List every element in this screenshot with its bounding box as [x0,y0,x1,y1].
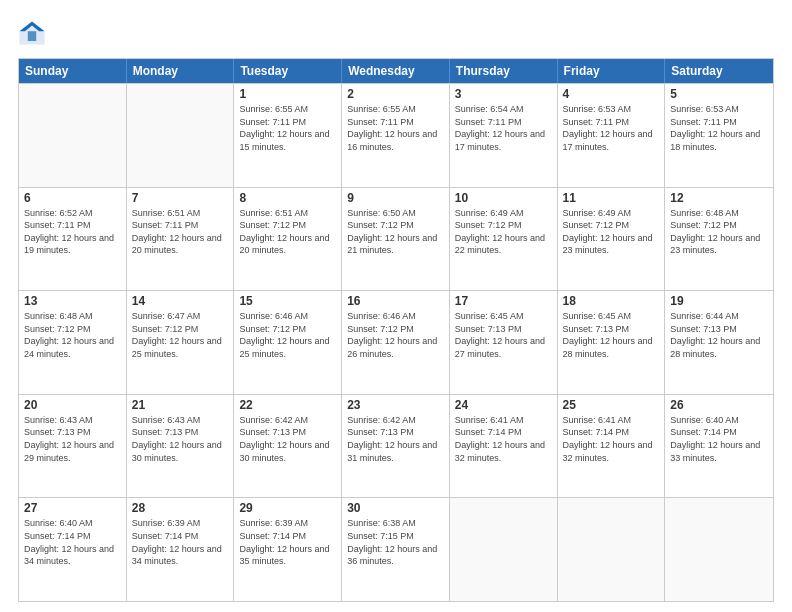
calendar-day-cell: 1Sunrise: 6:55 AM Sunset: 7:11 PM Daylig… [234,84,342,187]
day-info: Sunrise: 6:49 AM Sunset: 7:12 PM Dayligh… [455,207,552,257]
calendar-day-cell: 14Sunrise: 6:47 AM Sunset: 7:12 PM Dayli… [127,291,235,394]
day-number: 7 [132,191,229,205]
day-number: 30 [347,501,444,515]
day-number: 16 [347,294,444,308]
day-number: 26 [670,398,768,412]
header [18,18,774,48]
calendar-day-cell [665,498,773,601]
calendar-header-cell: Thursday [450,59,558,83]
calendar-day-cell: 6Sunrise: 6:52 AM Sunset: 7:11 PM Daylig… [19,188,127,291]
calendar-day-cell: 28Sunrise: 6:39 AM Sunset: 7:14 PM Dayli… [127,498,235,601]
day-info: Sunrise: 6:47 AM Sunset: 7:12 PM Dayligh… [132,310,229,360]
day-info: Sunrise: 6:48 AM Sunset: 7:12 PM Dayligh… [24,310,121,360]
day-info: Sunrise: 6:39 AM Sunset: 7:14 PM Dayligh… [132,517,229,567]
day-info: Sunrise: 6:53 AM Sunset: 7:11 PM Dayligh… [670,103,768,153]
day-info: Sunrise: 6:50 AM Sunset: 7:12 PM Dayligh… [347,207,444,257]
calendar-body: 1Sunrise: 6:55 AM Sunset: 7:11 PM Daylig… [19,83,773,601]
calendar: SundayMondayTuesdayWednesdayThursdayFrid… [18,58,774,602]
svg-rect-2 [28,31,36,41]
day-number: 19 [670,294,768,308]
day-info: Sunrise: 6:55 AM Sunset: 7:11 PM Dayligh… [239,103,336,153]
day-number: 21 [132,398,229,412]
calendar-day-cell: 3Sunrise: 6:54 AM Sunset: 7:11 PM Daylig… [450,84,558,187]
day-info: Sunrise: 6:43 AM Sunset: 7:13 PM Dayligh… [132,414,229,464]
day-number: 4 [563,87,660,101]
calendar-header-cell: Sunday [19,59,127,83]
day-number: 15 [239,294,336,308]
day-info: Sunrise: 6:45 AM Sunset: 7:13 PM Dayligh… [563,310,660,360]
day-info: Sunrise: 6:45 AM Sunset: 7:13 PM Dayligh… [455,310,552,360]
day-number: 3 [455,87,552,101]
calendar-header-cell: Saturday [665,59,773,83]
calendar-week-row: 6Sunrise: 6:52 AM Sunset: 7:11 PM Daylig… [19,187,773,291]
day-number: 9 [347,191,444,205]
day-number: 24 [455,398,552,412]
calendar-day-cell: 16Sunrise: 6:46 AM Sunset: 7:12 PM Dayli… [342,291,450,394]
day-info: Sunrise: 6:41 AM Sunset: 7:14 PM Dayligh… [455,414,552,464]
day-number: 2 [347,87,444,101]
calendar-day-cell: 22Sunrise: 6:42 AM Sunset: 7:13 PM Dayli… [234,395,342,498]
day-number: 14 [132,294,229,308]
day-number: 28 [132,501,229,515]
day-info: Sunrise: 6:46 AM Sunset: 7:12 PM Dayligh… [347,310,444,360]
day-info: Sunrise: 6:51 AM Sunset: 7:11 PM Dayligh… [132,207,229,257]
day-info: Sunrise: 6:53 AM Sunset: 7:11 PM Dayligh… [563,103,660,153]
calendar-header-cell: Monday [127,59,235,83]
calendar-day-cell: 30Sunrise: 6:38 AM Sunset: 7:15 PM Dayli… [342,498,450,601]
calendar-week-row: 1Sunrise: 6:55 AM Sunset: 7:11 PM Daylig… [19,83,773,187]
calendar-day-cell: 26Sunrise: 6:40 AM Sunset: 7:14 PM Dayli… [665,395,773,498]
day-number: 5 [670,87,768,101]
calendar-day-cell: 9Sunrise: 6:50 AM Sunset: 7:12 PM Daylig… [342,188,450,291]
calendar-day-cell: 27Sunrise: 6:40 AM Sunset: 7:14 PM Dayli… [19,498,127,601]
day-number: 1 [239,87,336,101]
day-info: Sunrise: 6:39 AM Sunset: 7:14 PM Dayligh… [239,517,336,567]
day-info: Sunrise: 6:48 AM Sunset: 7:12 PM Dayligh… [670,207,768,257]
calendar-day-cell: 23Sunrise: 6:42 AM Sunset: 7:13 PM Dayli… [342,395,450,498]
calendar-day-cell: 29Sunrise: 6:39 AM Sunset: 7:14 PM Dayli… [234,498,342,601]
calendar-day-cell: 12Sunrise: 6:48 AM Sunset: 7:12 PM Dayli… [665,188,773,291]
calendar-header-cell: Wednesday [342,59,450,83]
day-info: Sunrise: 6:55 AM Sunset: 7:11 PM Dayligh… [347,103,444,153]
calendar-day-cell [558,498,666,601]
day-number: 17 [455,294,552,308]
calendar-day-cell: 24Sunrise: 6:41 AM Sunset: 7:14 PM Dayli… [450,395,558,498]
day-info: Sunrise: 6:42 AM Sunset: 7:13 PM Dayligh… [239,414,336,464]
calendar-day-cell: 15Sunrise: 6:46 AM Sunset: 7:12 PM Dayli… [234,291,342,394]
calendar-week-row: 13Sunrise: 6:48 AM Sunset: 7:12 PM Dayli… [19,290,773,394]
day-info: Sunrise: 6:44 AM Sunset: 7:13 PM Dayligh… [670,310,768,360]
calendar-day-cell: 2Sunrise: 6:55 AM Sunset: 7:11 PM Daylig… [342,84,450,187]
calendar-day-cell: 21Sunrise: 6:43 AM Sunset: 7:13 PM Dayli… [127,395,235,498]
day-number: 20 [24,398,121,412]
calendar-day-cell: 19Sunrise: 6:44 AM Sunset: 7:13 PM Dayli… [665,291,773,394]
day-number: 8 [239,191,336,205]
page: SundayMondayTuesdayWednesdayThursdayFrid… [0,0,792,612]
day-number: 22 [239,398,336,412]
calendar-day-cell: 8Sunrise: 6:51 AM Sunset: 7:12 PM Daylig… [234,188,342,291]
day-number: 23 [347,398,444,412]
calendar-day-cell [19,84,127,187]
calendar-day-cell: 17Sunrise: 6:45 AM Sunset: 7:13 PM Dayli… [450,291,558,394]
calendar-day-cell: 25Sunrise: 6:41 AM Sunset: 7:14 PM Dayli… [558,395,666,498]
day-info: Sunrise: 6:38 AM Sunset: 7:15 PM Dayligh… [347,517,444,567]
calendar-header-cell: Tuesday [234,59,342,83]
day-info: Sunrise: 6:43 AM Sunset: 7:13 PM Dayligh… [24,414,121,464]
calendar-day-cell: 11Sunrise: 6:49 AM Sunset: 7:12 PM Dayli… [558,188,666,291]
calendar-day-cell: 10Sunrise: 6:49 AM Sunset: 7:12 PM Dayli… [450,188,558,291]
calendar-day-cell: 5Sunrise: 6:53 AM Sunset: 7:11 PM Daylig… [665,84,773,187]
calendar-day-cell: 18Sunrise: 6:45 AM Sunset: 7:13 PM Dayli… [558,291,666,394]
logo [18,18,50,48]
calendar-day-cell: 13Sunrise: 6:48 AM Sunset: 7:12 PM Dayli… [19,291,127,394]
day-info: Sunrise: 6:49 AM Sunset: 7:12 PM Dayligh… [563,207,660,257]
calendar-header-cell: Friday [558,59,666,83]
day-info: Sunrise: 6:46 AM Sunset: 7:12 PM Dayligh… [239,310,336,360]
day-info: Sunrise: 6:54 AM Sunset: 7:11 PM Dayligh… [455,103,552,153]
logo-icon [18,20,46,48]
day-info: Sunrise: 6:42 AM Sunset: 7:13 PM Dayligh… [347,414,444,464]
day-number: 18 [563,294,660,308]
day-number: 25 [563,398,660,412]
day-number: 29 [239,501,336,515]
calendar-day-cell: 4Sunrise: 6:53 AM Sunset: 7:11 PM Daylig… [558,84,666,187]
calendar-week-row: 27Sunrise: 6:40 AM Sunset: 7:14 PM Dayli… [19,497,773,601]
calendar-day-cell [127,84,235,187]
day-number: 27 [24,501,121,515]
